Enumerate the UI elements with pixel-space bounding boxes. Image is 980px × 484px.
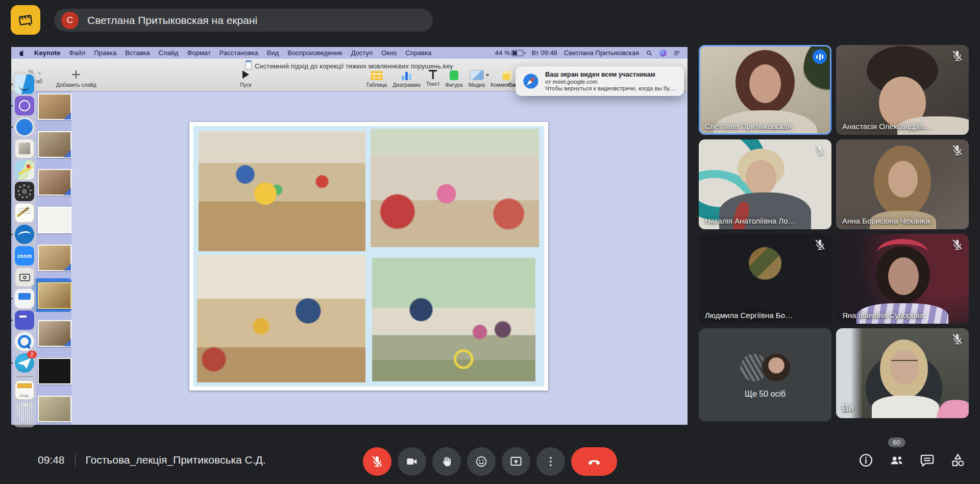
slide-photo-craft-table [371,129,539,247]
menu-user-name: Светлана Притыковская [564,49,639,57]
mic-muted-icon [814,144,826,157]
mic-muted-icon [951,238,964,251]
screenshot-dock-icon [15,268,34,287]
more-participants-tile[interactable]: Ще 50 осіб [699,328,831,421]
html-file-label: HTML [19,394,29,398]
spotlight-search-icon [646,50,653,57]
dock-divider [16,376,33,377]
presentation-slate-icon [18,12,33,28]
slide-thumbnail [38,93,71,120]
clock: 09:48 [38,454,65,466]
menu-play: Воспроизведение [287,49,342,57]
divider [75,453,76,467]
participant-name: Наталія Анатоліївна Ло… [705,216,795,225]
text-icon [428,69,438,79]
slide-thumbnail [38,358,71,384]
avatar [749,247,781,280]
screen-share-notification: Ваш экран виден всем участникам от meet.… [516,66,684,96]
trash-dock-icon [15,402,34,421]
info-icon [858,452,874,468]
meeting-details-button[interactable] [858,452,874,468]
more-participants-label: Ще 50 осіб [745,390,786,399]
jump-to-presentation-button[interactable] [11,5,40,35]
mic-muted-icon [951,50,964,62]
apple-logo-icon [18,50,26,57]
participant-name: Людмила Сергіївна Бо… [705,311,793,320]
desktop-strip [11,425,688,429]
media-icon [470,70,484,80]
siri-icon [659,50,667,57]
play-button: Пуск [240,69,252,88]
keynote-content [11,91,688,429]
menu-window: Окно [381,49,397,57]
chat-panel-button[interactable] [919,452,935,468]
kebab-menu-icon [544,455,557,468]
present-screen-button[interactable] [502,447,530,476]
notification-center-icon [673,50,680,57]
notes-dock-icon [15,203,34,223]
shared-screen-tile[interactable]: Keynote Файл Правка Вставка Слайд Формат… [11,47,688,429]
reactions-button[interactable] [467,447,496,476]
google-meet-window: C Светлана Притыковская на екрані Keynot… [0,0,980,484]
presenter-banner: C Светлана Притыковская на екрані [54,9,433,32]
system-preferences-dock-icon [15,182,34,201]
slide-photo-teacher-shelves [197,255,365,382]
finder-dock-icon [15,75,34,94]
battery-icon [511,50,523,56]
slide-photo-classroom-desks [199,131,365,251]
participant-tile-anastasia[interactable]: Анастасія Олександрів… [836,45,969,135]
insert-media-button: Медиа [469,69,485,88]
camera-button[interactable] [398,447,426,476]
present-screen-icon [509,455,523,468]
chart-icon [400,71,412,80]
leave-call-button[interactable] [571,447,617,476]
participant-tile-liudmyla[interactable]: Людмила Сергіївна Бо… [699,234,831,324]
self-view-tile[interactable]: Ви [836,328,969,418]
presenter-banner-label: Светлана Притыковская на екрані [87,14,257,27]
menu-slide: Слайд [159,49,179,57]
current-slide [189,122,548,391]
notification-body: Чтобы вернуться к видеовстрече, когда вы… [545,85,678,91]
menu-file: Файл [69,49,85,57]
microphone-mute-button[interactable] [363,447,391,476]
play-icon [242,70,249,79]
mail-dock-icon [15,139,34,158]
notification-title: Ваш экран виден всем участникам [545,71,678,78]
avatar [763,354,790,381]
participant-count-badge: 60 [888,438,905,447]
slide-thumbnail-selected [38,282,71,309]
more-options-button[interactable] [536,447,565,476]
end-call-icon [587,455,601,468]
participant-tile-natalia[interactable]: Наталія Анатоліївна Ло… [699,139,831,229]
menu-keynote: Keynote [34,49,60,57]
raise-hand-button[interactable] [432,447,461,476]
people-icon [889,452,904,468]
chat-icon [919,452,935,468]
activities-icon [950,452,966,468]
insert-text-button: Текст [426,69,439,88]
avatar-stack [740,354,790,381]
participant-tile-yana[interactable]: Яна Іванівна Суворова [836,234,969,324]
mac-menu-bar: Keynote Файл Правка Вставка Слайд Формат… [11,47,688,59]
participant-tile-anna[interactable]: Анна Борисівна Чеханюк [836,139,969,229]
add-slide-button: Добавить слайд [56,69,96,88]
insert-shape-button: Фигура [445,69,463,88]
people-panel-button[interactable]: 60 [889,452,904,468]
slide-thumbnail [38,169,71,196]
call-controls [363,447,617,476]
presenter-avatar: C [61,12,79,29]
photo-collage [193,126,544,386]
mic-muted-icon [951,144,964,157]
activities-panel-button[interactable] [950,452,966,468]
participant-tile-svetlana[interactable]: Светлана Притыковская [699,45,831,135]
camera-icon [405,455,419,468]
battery-status: 44 % [495,49,525,57]
slide-thumbnail [38,245,71,271]
slide-thumbnail [38,320,71,347]
slide-thumbnail [38,396,71,422]
notification-source: от meet.google.com [545,79,678,85]
menu-edit: Правка [94,49,116,57]
document-icon [246,60,252,69]
insert-table-button: Таблица [366,69,387,88]
glasses [891,360,918,367]
